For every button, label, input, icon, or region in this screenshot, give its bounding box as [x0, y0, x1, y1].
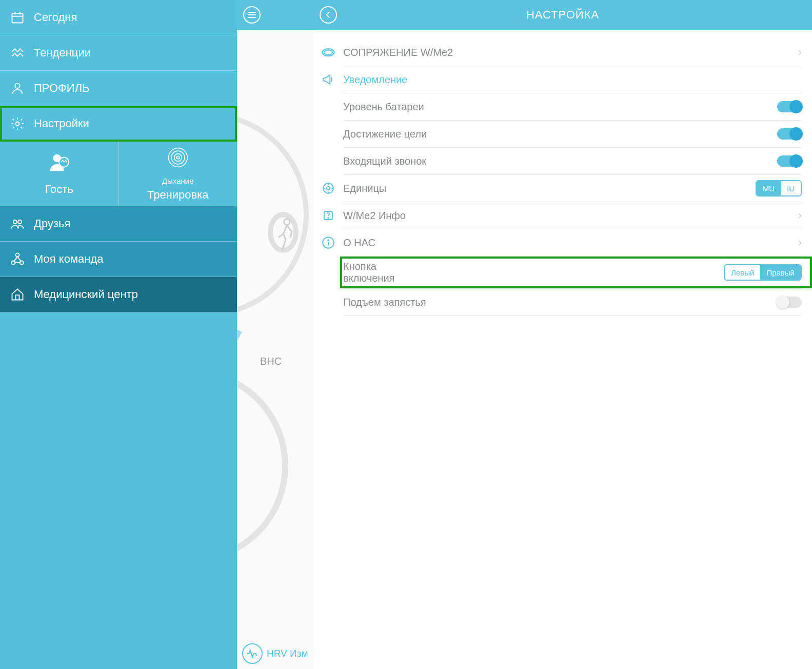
incoming-toggle[interactable] — [777, 155, 802, 167]
setting-battery: Уровень батареи — [313, 93, 812, 120]
gear-icon — [10, 116, 25, 131]
sidebar-item-team[interactable]: Моя команда — [0, 242, 237, 277]
setting-goal: Достижение цели — [313, 121, 812, 147]
trends-icon — [10, 46, 25, 60]
setting-notification[interactable]: Уведомление — [313, 66, 812, 93]
chevron-right-icon: › — [798, 236, 802, 249]
sidebar-item-label: Настройки — [34, 117, 89, 130]
setting-label: СОПРЯЖЕНИЕ W/Me2 — [343, 47, 791, 58]
svg-point-9 — [171, 151, 185, 164]
setting-about[interactable]: О НАС › — [313, 229, 812, 256]
settings-header: НАСТРОЙКА — [313, 0, 812, 30]
question-icon — [321, 208, 336, 223]
breath-big-label: Тренировка — [147, 188, 209, 202]
tape-icon — [321, 181, 336, 196]
setting-power-button: Кнопка включения Левый Правый — [340, 257, 812, 288]
sidebar-item-label: Сегодня — [34, 11, 77, 24]
mid-body: ВНС HRV Изм — [237, 30, 313, 669]
wrist-toggle[interactable] — [777, 297, 802, 308]
chevron-right-icon: › — [798, 209, 802, 222]
settings-title: НАСТРОЙКА — [526, 8, 599, 22]
svg-point-13 — [18, 220, 22, 224]
svg-point-20 — [284, 219, 290, 225]
breath-tile[interactable]: Дыхание Тренировка — [119, 142, 237, 206]
goal-toggle[interactable] — [777, 128, 802, 140]
setting-label: Уровень батареи — [343, 101, 770, 113]
battery-toggle[interactable] — [777, 101, 802, 112]
setting-label: Кнопка включения — [343, 261, 717, 284]
calendar-icon — [10, 10, 25, 25]
units-segment[interactable]: MU IU — [756, 180, 802, 196]
sidebar-item-label: Друзья — [34, 217, 70, 230]
spiral-icon — [167, 146, 189, 173]
power-left[interactable]: Левый — [725, 265, 760, 280]
guest-tile[interactable]: Гость — [0, 142, 119, 206]
svg-point-33 — [328, 240, 329, 241]
info-icon — [321, 235, 336, 250]
bhc-label: ВНС — [260, 356, 282, 367]
setting-wrist: Подъем запястья — [313, 289, 812, 316]
team-icon — [10, 252, 25, 266]
svg-point-4 — [15, 84, 19, 88]
svg-point-22 — [324, 50, 332, 54]
setting-pairing[interactable]: СОПРЯЖЕНИЕ W/Me2 › — [313, 39, 812, 66]
setting-incoming: Входящий звонок — [313, 148, 812, 174]
setting-label: Уведомление — [343, 74, 802, 86]
hrv-footer-button[interactable]: HRV Изм — [242, 643, 308, 664]
sidebar-item-profile[interactable]: ПРОФИЛЬ — [0, 71, 237, 106]
mid-header — [237, 0, 313, 30]
setting-units: Единицы MU IU — [313, 175, 812, 202]
breath-small-label: Дыхание — [162, 176, 194, 185]
svg-point-12 — [13, 220, 17, 224]
svg-point-11 — [176, 156, 180, 159]
power-right[interactable]: Правый — [760, 265, 801, 280]
sidebar-item-today[interactable]: Сегодня — [0, 0, 237, 35]
walking-icon — [268, 212, 299, 253]
settings-panel: НАСТРОЙКА СОПРЯЖЕНИЕ W/Me2 › Уведомление… — [313, 0, 812, 669]
svg-point-10 — [174, 153, 182, 161]
home-icon — [10, 287, 25, 302]
svg-point-24 — [327, 187, 330, 190]
svg-line-18 — [17, 257, 21, 261]
hamburger-menu-icon[interactable] — [243, 6, 261, 24]
svg-point-6 — [53, 154, 61, 162]
svg-point-14 — [16, 253, 19, 257]
sidebar-item-medical[interactable]: Медицинский центр — [0, 277, 237, 312]
bracelet-icon — [321, 45, 336, 60]
sidebar-item-label: ПРОФИЛЬ — [34, 82, 90, 95]
sidebar-item-label: Моя команда — [34, 252, 104, 266]
sidebar-item-friends[interactable]: Друзья — [0, 206, 237, 242]
chevron-right-icon: › — [798, 46, 802, 59]
profile-icon — [10, 81, 25, 95]
units-iu[interactable]: IU — [781, 181, 801, 195]
svg-rect-0 — [12, 13, 23, 23]
sidebar-item-trends[interactable]: Тенденции — [0, 35, 237, 71]
svg-point-30 — [328, 218, 329, 219]
svg-line-17 — [14, 257, 17, 261]
setting-label: Достижение цели — [343, 128, 770, 140]
setting-label: Единицы — [343, 183, 748, 194]
sidebar-item-label: Медицинский центр — [34, 288, 138, 301]
friends-icon — [10, 217, 25, 231]
units-mu[interactable]: MU — [757, 181, 781, 195]
sidebar-item-settings[interactable]: Настройки — [0, 106, 237, 142]
back-button[interactable] — [320, 6, 337, 24]
setting-label: О НАС — [343, 237, 791, 249]
svg-point-5 — [16, 122, 19, 126]
setting-label: Входящий звонок — [343, 155, 770, 167]
hrv-label: HRV Изм — [267, 648, 308, 659]
sidebar: Сегодня Тенденции ПРОФИЛЬ Настройки Гост… — [0, 0, 237, 669]
sidebar-item-label: Тенденции — [34, 46, 91, 60]
guest-label: Гость — [45, 183, 73, 196]
activity-arc — [237, 112, 309, 317]
megaphone-icon — [321, 72, 336, 87]
guest-avatar-icon — [47, 151, 71, 180]
settings-body: СОПРЯЖЕНИЕ W/Me2 › Уведомление Уровень б… — [313, 30, 812, 669]
setting-info[interactable]: W/Me2 Инфо › — [313, 202, 812, 229]
hrv-icon — [242, 643, 263, 664]
setting-label: Подъем запястья — [343, 297, 770, 308]
setting-power-button-highlight: Кнопка включения Левый Правый — [340, 257, 812, 288]
middle-panel: ВНС HRV Изм — [237, 0, 313, 669]
power-button-segment[interactable]: Левый Правый — [724, 264, 802, 281]
setting-label: W/Me2 Инфо — [343, 210, 791, 222]
